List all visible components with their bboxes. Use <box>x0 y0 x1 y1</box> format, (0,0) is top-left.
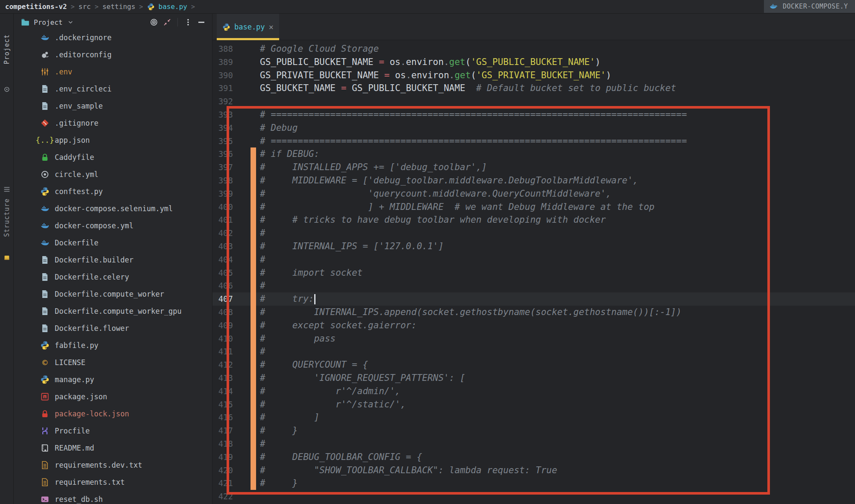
code-area[interactable]: 3883893903913923933943953963973983994004… <box>212 40 855 504</box>
tree-item-dockerfile-compute-worker[interactable]: Dockerfile.compute_worker <box>14 286 212 303</box>
tree-item--editorconfig[interactable]: .editorconfig <box>14 46 212 63</box>
code-line-408[interactable]: # INTERNAL_IPS.append(socket.gethostbyna… <box>260 306 687 319</box>
code-line-389[interactable]: GS_PUBLIC_BUCKET_NAME = os.environ.get('… <box>260 56 687 69</box>
code-line-397[interactable]: # INSTALLED_APPS += ['debug_toolbar',] <box>260 161 687 174</box>
run-widget-docker-compose[interactable]: DOCKER-COMPOSE.Y <box>764 0 855 13</box>
close-icon[interactable]: × <box>269 23 274 31</box>
code-line-395[interactable]: # ======================================… <box>260 135 687 148</box>
tree-item-dockerfile-celery[interactable]: Dockerfile.celery <box>14 268 212 286</box>
tree-item-conftest-py[interactable]: conftest.py <box>14 183 212 200</box>
code-line-394[interactable]: # Debug <box>260 121 687 135</box>
tree-item--gitignore[interactable]: .gitignore <box>14 115 212 132</box>
line-number-420: 420 <box>212 464 234 477</box>
code-line-410[interactable]: # pass <box>260 332 687 345</box>
code-line-411[interactable]: # <box>260 345 687 358</box>
tree-item-circle-yml[interactable]: circle.yml <box>14 166 212 183</box>
code-line-392[interactable] <box>260 95 687 108</box>
tree-item-label: Dockerfile.compute_worker_gpu <box>55 307 182 315</box>
tree-item--env-sample[interactable]: .env_sample <box>14 97 212 115</box>
tree-item-docker-compose-yml[interactable]: docker-compose.yml <box>14 217 212 234</box>
tab-base-py[interactable]: base.py × <box>217 14 279 40</box>
chevron-down-icon[interactable] <box>67 19 74 26</box>
collapse-all-icon[interactable] <box>162 18 172 27</box>
code-line-416[interactable]: # ] <box>260 411 687 424</box>
tree-item--env[interactable]: .env <box>14 63 212 80</box>
breadcrumb-bar: competitions-v2>src>settings>base.py> <box>0 0 855 14</box>
lock-green-icon <box>40 153 50 162</box>
code-line-402[interactable]: # <box>260 227 687 240</box>
tree-item-label: README.md <box>55 444 94 452</box>
code-line-404[interactable]: # <box>260 253 687 266</box>
tree-item-requirements-dev-txt[interactable]: requirements.dev.txt <box>14 457 212 474</box>
tree-item--env-circleci[interactable]: .env_circleci <box>14 80 212 97</box>
tree-item-caddyfile[interactable]: Caddyfile <box>14 149 212 166</box>
line-number-402: 402 <box>212 227 234 240</box>
code-line-401[interactable]: # # tricks to have debug toolbar when de… <box>260 213 687 227</box>
tree-item-manage-py[interactable]: manage.py <box>14 371 212 388</box>
json-braces-icon: {..} <box>40 136 50 145</box>
code-line-407[interactable]: # try: <box>260 292 687 306</box>
tree-item-label: circle.yml <box>55 170 98 179</box>
tree-item-procfile[interactable]: Procfile <box>14 422 212 439</box>
tree-item-package-lock-json[interactable]: package-lock.json <box>14 405 212 422</box>
code-line-405[interactable]: # import socket <box>260 266 687 280</box>
code-line-399[interactable]: # 'querycount.middleware.QueryCountMiddl… <box>260 187 687 200</box>
code-line-415[interactable]: # r'^/static/', <box>260 398 687 411</box>
bookmark-icon[interactable] <box>3 254 11 262</box>
project-panel-title[interactable]: Project <box>34 18 62 27</box>
code-line-417[interactable]: # } <box>260 424 687 437</box>
code-line-418[interactable]: # <box>260 437 687 451</box>
structure-list-icon[interactable] <box>3 186 11 193</box>
code-line-403[interactable]: # INTERNAL_IPS = ['127.0.0.1'] <box>260 240 687 253</box>
code-line-388[interactable]: # Google Cloud Storage <box>260 42 687 56</box>
code-line-413[interactable]: # 'IGNORE_REQUEST_PATTERNS': [ <box>260 371 687 385</box>
line-number-408: 408 <box>212 306 234 319</box>
code-line-409[interactable]: # except socket.gaierror: <box>260 319 687 332</box>
code-line-419[interactable]: # DEBUG_TOOLBAR_CONFIG = { <box>260 451 687 464</box>
tree-item--dockerignore[interactable]: .dockerignore <box>14 29 212 46</box>
code-line-391[interactable]: GS_BUCKET_NAME = GS_PUBLIC_BUCKET_NAME #… <box>260 82 687 95</box>
line-number-396: 396 <box>212 147 234 161</box>
tree-item-dockerfile-builder[interactable]: Dockerfile.builder <box>14 251 212 268</box>
docker-icon <box>40 238 50 248</box>
tree-item-reset-db-sh[interactable]: reset_db.sh <box>14 491 212 504</box>
tree-item-docker-compose-selenium-yml[interactable]: docker-compose.selenium.yml <box>14 200 212 217</box>
code-line-393[interactable]: # ======================================… <box>260 108 687 121</box>
tree-item-dockerfile-flower[interactable]: Dockerfile.flower <box>14 320 212 337</box>
code-line-396[interactable]: # if DEBUG: <box>260 147 687 161</box>
breadcrumb-item-base-py[interactable]: base.py <box>159 3 187 11</box>
code-line-412[interactable]: # QUERYCOUNT = { <box>260 358 687 371</box>
code-line-420[interactable]: # "SHOW_TOOLBAR_CALLBACK": lambda reques… <box>260 464 687 477</box>
line-number-416: 416 <box>212 411 234 424</box>
more-options-icon[interactable] <box>183 18 193 27</box>
breadcrumb-item-src[interactable]: src <box>79 3 91 11</box>
breadcrumb-item-competitions-v2[interactable]: competitions-v2 <box>5 3 67 11</box>
tree-item-label: .gitignore <box>55 119 98 127</box>
tree-item-fabfile-py[interactable]: fabfile.py <box>14 337 212 354</box>
tree-item-dockerfile-compute-worker-gpu[interactable]: Dockerfile.compute_worker_gpu <box>14 303 212 320</box>
breadcrumb-item-settings[interactable]: settings <box>102 3 135 11</box>
tree-item-readme-md[interactable]: README.md <box>14 439 212 457</box>
hide-panel-icon[interactable] <box>197 18 206 27</box>
locate-target-icon[interactable] <box>149 18 159 27</box>
textfile-icon <box>40 460 50 470</box>
stripe-tab-structure[interactable]: Structure <box>3 198 11 237</box>
line-number-405: 405 <box>212 266 234 280</box>
code-line-406[interactable]: # <box>260 279 687 292</box>
tool-window-stripe: Project Structure <box>0 14 14 504</box>
code-line-390[interactable]: GS_PRIVATE_BUCKET_NAME = os.environ.get(… <box>260 69 687 82</box>
code-line-398[interactable]: # MIDDLEWARE = ['debug_toolbar.middlewar… <box>260 174 687 187</box>
code-line-421[interactable]: # } <box>260 477 687 490</box>
tree-item-label: .editorconfig <box>55 50 112 59</box>
line-number-398: 398 <box>212 174 234 187</box>
tree-item-dockerfile[interactable]: Dockerfile <box>14 234 212 251</box>
tree-item-package-json[interactable]: package.json <box>14 388 212 405</box>
stripe-tab-project[interactable]: Project <box>3 34 11 64</box>
tree-item-app-json[interactable]: {..}app.json <box>14 132 212 149</box>
code-line-400[interactable]: # ] + MIDDLEWARE # we want Debug Middlew… <box>260 200 687 214</box>
tree-item-requirements-txt[interactable]: requirements.txt <box>14 474 212 491</box>
locate-dot-icon[interactable] <box>3 85 11 93</box>
code-line-414[interactable]: # r'^/admin/', <box>260 385 687 398</box>
tree-item-license[interactable]: ©LICENSE <box>14 354 212 371</box>
code-line-422[interactable] <box>260 490 687 503</box>
